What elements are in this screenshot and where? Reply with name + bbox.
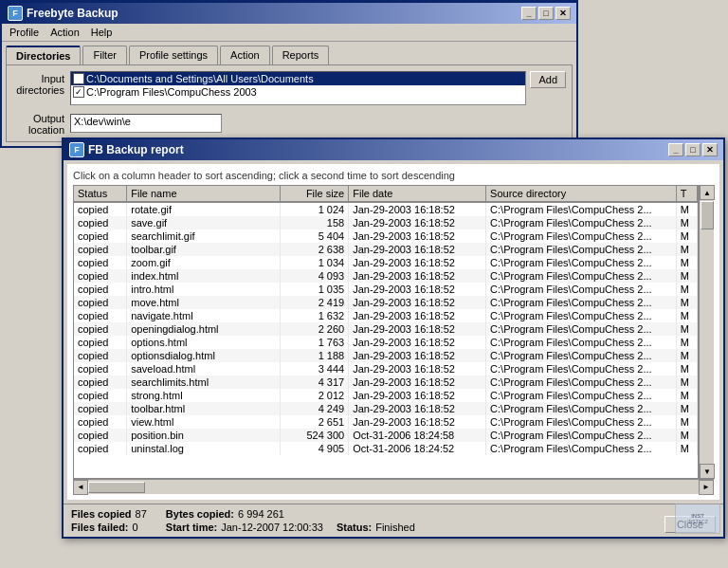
horizontal-scrollbar[interactable]: ◄ ► — [73, 479, 714, 494]
cell-filename: navigate.html — [127, 309, 281, 322]
cell-sourcedir: C:\Program Files\CompuChess 2... — [486, 309, 677, 322]
cell-t: M — [676, 202, 697, 216]
vertical-scrollbar[interactable]: ▲ ▼ — [699, 185, 714, 479]
cell-filesize: 1 024 — [280, 202, 348, 216]
cell-sourcedir: C:\Program Files\CompuChess 2... — [486, 243, 677, 256]
menu-action[interactable]: Action — [46, 26, 83, 39]
table-row: copied view.html 2 651 Jan-29-2003 16:18… — [74, 415, 698, 429]
scroll-up-button[interactable]: ▲ — [700, 185, 715, 200]
cell-sourcedir: C:\Program Files\CompuChess 2... — [486, 376, 677, 389]
cell-status: copied — [74, 362, 127, 376]
tab-profile-settings[interactable]: Profile settings — [129, 46, 218, 64]
table-row: copied saveload.html 3 444 Jan-29-2003 1… — [74, 362, 698, 376]
table-row: copied searchlimit.gif 5 404 Jan-29-2003… — [74, 229, 698, 243]
scroll-down-button[interactable]: ▼ — [700, 464, 715, 479]
cell-t: M — [676, 243, 697, 256]
bytes-copied-label: Bytes copied: — [166, 508, 234, 520]
scroll-right-button[interactable]: ► — [699, 480, 714, 495]
col-header-t[interactable]: T — [676, 186, 697, 202]
tab-action[interactable]: Action — [220, 46, 270, 64]
cell-status: copied — [74, 216, 127, 229]
cell-status: copied — [74, 269, 127, 283]
col-header-filedate[interactable]: File date — [349, 186, 486, 202]
checkbox-icon[interactable]: ✓ — [73, 73, 84, 84]
cell-filesize: 1 035 — [280, 283, 348, 296]
cell-sourcedir: C:\Program Files\CompuChess 2... — [486, 322, 677, 336]
col-header-filename[interactable]: File name — [127, 186, 281, 202]
maximize-button[interactable]: □ — [538, 7, 554, 20]
cell-filedate: Jan-29-2003 16:18:52 — [349, 389, 486, 402]
cell-sourcedir: C:\Program Files\CompuChess 2... — [486, 415, 677, 429]
table-row: copied zoom.gif 1 034 Jan-29-2003 16:18:… — [74, 256, 698, 269]
cell-status: copied — [74, 402, 127, 415]
close-button[interactable]: ✕ — [555, 7, 571, 20]
cell-sourcedir: C:\Program Files\CompuChess 2... — [486, 229, 677, 243]
scroll-left-button[interactable]: ◄ — [73, 480, 88, 495]
title-bar-left: F Freebyte Backup — [8, 6, 118, 21]
output-section: Outputlocation X:\dev\win\e — [12, 111, 566, 136]
tab-filter[interactable]: Filter — [82, 46, 126, 64]
cell-status: copied — [74, 202, 127, 216]
menu-profile[interactable]: Profile — [6, 26, 43, 39]
cell-t: M — [676, 309, 697, 322]
cell-filename: searchlimit.gif — [127, 229, 281, 243]
cell-filedate: Jan-29-2003 16:18:52 — [349, 269, 486, 283]
cell-filedate: Jan-29-2003 16:18:52 — [349, 322, 486, 336]
start-time-value: Jan-12-2007 12:00:33 — [221, 522, 323, 533]
col-header-status[interactable]: Status — [74, 186, 127, 202]
tab-directories[interactable]: Directories — [6, 46, 81, 64]
cell-status: copied — [74, 309, 127, 322]
report-close-button[interactable]: ✕ — [702, 143, 718, 156]
menu-help[interactable]: Help — [87, 26, 117, 39]
main-window: F Freebyte Backup _ □ ✕ Profile Action H… — [0, 0, 578, 148]
files-copied-value: 87 — [136, 508, 147, 520]
report-maximize-button[interactable]: □ — [685, 143, 701, 156]
scroll-h-thumb[interactable] — [88, 482, 145, 493]
add-button[interactable]: Add — [530, 71, 566, 88]
tab-reports[interactable]: Reports — [272, 46, 330, 64]
cell-filename: openingdialog.html — [127, 322, 281, 336]
cell-filedate: Jan-29-2003 16:18:52 — [349, 283, 486, 296]
tab-content-directories: Inputdirectories ✓ C:\Documents and Sett… — [6, 64, 573, 142]
report-app-icon: F — [69, 142, 84, 157]
cell-filesize: 4 317 — [280, 376, 348, 389]
cell-filedate: Jan-29-2003 16:18:52 — [349, 229, 486, 243]
report-minimize-button[interactable]: _ — [668, 143, 683, 156]
status-group-right: Bytes copied: 6 994 261 Start time: Jan-… — [166, 508, 415, 533]
cell-filesize: 2 260 — [280, 322, 348, 336]
report-table-container[interactable]: Status File name File size File date Sou… — [73, 185, 699, 479]
scroll-thumb[interactable] — [701, 201, 714, 229]
cell-filesize: 2 012 — [280, 389, 348, 402]
directory-path: C:\Documents and Settings\All Users\Docu… — [86, 73, 314, 84]
checkbox-icon[interactable]: ✓ — [73, 86, 84, 98]
cell-status: copied — [74, 322, 127, 336]
cell-status: copied — [74, 415, 127, 429]
cell-filedate: Jan-29-2003 16:18:52 — [349, 216, 486, 229]
table-row: copied move.html 2 419 Jan-29-2003 16:18… — [74, 296, 698, 309]
minimize-button[interactable]: _ — [521, 7, 537, 20]
cell-t: M — [676, 389, 697, 402]
start-time-label: Start time: — [166, 522, 217, 533]
cell-filename: options.html — [127, 336, 281, 349]
cell-filename: toolbar.gif — [127, 243, 281, 256]
output-textbox[interactable]: X:\dev\win\e — [70, 114, 222, 133]
cell-t: M — [676, 376, 697, 389]
col-header-filesize[interactable]: File size — [280, 186, 348, 202]
cell-sourcedir: C:\Program Files\CompuChess 2... — [486, 296, 677, 309]
cell-sourcedir: C:\Program Files\CompuChess 2... — [486, 389, 677, 402]
col-header-sourcedir[interactable]: Source directory — [486, 186, 677, 202]
cell-filedate: Oct-31-2006 18:24:52 — [349, 442, 486, 455]
status-group-left: Files copied 87 Files failed: 0 — [71, 508, 147, 533]
table-row: copied rotate.gif 1 024 Jan-29-2003 16:1… — [74, 202, 698, 216]
cell-filedate: Jan-29-2003 16:18:52 — [349, 402, 486, 415]
directories-listbox[interactable]: ✓ C:\Documents and Settings\All Users\Do… — [70, 71, 526, 105]
report-hint: Click on a column header to sort ascendi… — [73, 170, 714, 181]
cell-filedate: Jan-29-2003 16:18:52 — [349, 349, 486, 362]
cell-filename: optionsdialog.html — [127, 349, 281, 362]
list-item[interactable]: ✓ C:\Documents and Settings\All Users\Do… — [71, 72, 525, 85]
cell-filename: rotate.gif — [127, 202, 281, 216]
watermark-subtext: INST&CZ — [687, 519, 707, 524]
list-item[interactable]: ✓ C:\Program Files\CompuChess 2003 — [71, 85, 525, 99]
cell-filesize: 4 905 — [280, 442, 348, 455]
cell-t: M — [676, 269, 697, 283]
